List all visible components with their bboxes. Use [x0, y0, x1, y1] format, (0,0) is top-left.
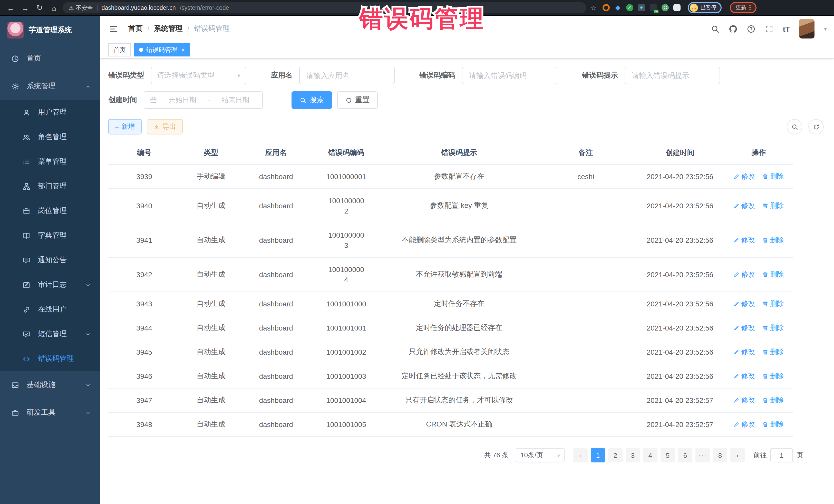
address-bar[interactable]: ⚠ 不安全 dashboard.yudao.iocoder.cn/system/…	[63, 2, 586, 13]
add-button[interactable]: + 新增	[108, 119, 141, 134]
goto-page-input[interactable]	[770, 448, 793, 462]
page-button-1[interactable]: 1	[591, 448, 605, 462]
breadcrumb-home[interactable]: 首页	[128, 24, 143, 34]
page-button-6[interactable]: 6	[678, 448, 692, 462]
column-header: 类型	[180, 141, 242, 165]
prev-page-button[interactable]: ‹	[573, 448, 588, 462]
edit-link[interactable]: 修改	[734, 396, 755, 405]
extension-ring-icon[interactable]	[602, 4, 610, 11]
delete-link[interactable]: 删除	[762, 172, 784, 181]
breadcrumb: 首页 / 系统管理 / 错误码管理	[128, 24, 230, 34]
edit-link[interactable]: 修改	[734, 372, 755, 381]
page-button-4[interactable]: 4	[643, 448, 657, 462]
toggle-search-button[interactable]	[787, 119, 802, 134]
row-time: 2021-04-20 23:52:56	[635, 223, 724, 257]
extension-on-badge-icon[interactable]	[650, 4, 657, 11]
delete-link[interactable]: 删除	[762, 236, 784, 245]
hamburger-icon[interactable]	[107, 24, 120, 33]
date-range-picker[interactable]: 开始日期 - 结束日期	[144, 91, 263, 109]
sidebar-item-dev-tools[interactable]: 研发工具	[0, 399, 100, 426]
sidebar-item-gear[interactable]: 系统管理	[0, 72, 100, 100]
sidebar-item-infrastructure[interactable]: 基础设施	[0, 371, 100, 399]
edit-link[interactable]: 修改	[734, 236, 755, 245]
sidebar-item-audit-log[interactable]: 审计日志	[0, 272, 100, 297]
extension-check-icon[interactable]: ✓	[626, 4, 633, 11]
security-chip[interactable]: ⚠ 不安全	[69, 4, 93, 12]
page-more-button[interactable]: ···	[696, 448, 710, 462]
header-search-icon[interactable]	[711, 24, 720, 33]
sidebar-item-error-code[interactable]: 错误码管理	[0, 346, 100, 371]
delete-link[interactable]: 删除	[762, 201, 784, 211]
refresh-table-button[interactable]	[808, 119, 824, 134]
page-button-3[interactable]: 3	[626, 448, 640, 462]
tag-error-code[interactable]: 错误码管理 ×	[134, 43, 190, 57]
page-button-8[interactable]: 8	[713, 448, 727, 462]
edit-link[interactable]: 修改	[734, 172, 755, 181]
font-size-icon[interactable]: tT	[783, 24, 790, 33]
page-button-2[interactable]: 2	[608, 448, 622, 462]
error-type-select[interactable]: 请选择错误码类型 ▾	[151, 67, 246, 84]
delete-link[interactable]: 删除	[762, 420, 784, 429]
browser-forward-icon[interactable]: →	[20, 3, 31, 12]
extensions-puzzle-icon[interactable]	[673, 4, 680, 11]
sidebar-item-label: 角色管理	[38, 132, 91, 141]
delete-link[interactable]: 删除	[762, 396, 784, 405]
sidebar-item-post-badge[interactable]: 岗位管理	[0, 199, 100, 223]
sidebar-item-menu-list[interactable]: 菜单管理	[0, 149, 100, 174]
bookmark-star-icon[interactable]: ☆	[590, 4, 596, 12]
top-navbar: 首页 / 系统管理 / 错误码管理 tT ▾	[100, 16, 834, 42]
next-page-button[interactable]: ›	[730, 448, 745, 462]
browser-reload-icon[interactable]: ↻	[34, 3, 45, 12]
avatar-caret-icon[interactable]: ▾	[824, 25, 827, 32]
reset-button[interactable]: 重置	[337, 91, 378, 109]
dev-tools-icon	[10, 409, 20, 416]
edit-link[interactable]: 修改	[734, 420, 755, 429]
search-button[interactable]: 搜索	[291, 91, 332, 109]
delete-link[interactable]: 删除	[762, 299, 784, 308]
browser-update-button[interactable]: 更新	[730, 2, 756, 13]
toolbar-right	[787, 119, 824, 134]
sidebar-item-announcement[interactable]: 通知公告	[0, 248, 100, 272]
browser-back-icon[interactable]: ←	[5, 3, 17, 12]
browser-menu-icon[interactable]	[749, 5, 751, 10]
export-button[interactable]: 导出	[147, 119, 182, 134]
browser-profile-chip[interactable]: 已暂停	[687, 2, 722, 13]
sidebar-item-sms[interactable]: 短信管理	[0, 322, 100, 346]
sidebar-logo[interactable]: 芋道管理系统	[0, 16, 100, 45]
table-toolbar: + 新增 导出	[108, 119, 824, 134]
page-button-5[interactable]: 5	[660, 448, 675, 462]
sidebar-item-user[interactable]: 用户管理	[0, 100, 100, 125]
delete-link[interactable]: 删除	[762, 323, 784, 333]
delete-link[interactable]: 删除	[762, 348, 784, 357]
extension-gem-icon[interactable]: ◆	[614, 4, 621, 11]
breadcrumb-system[interactable]: 系统管理	[154, 24, 183, 34]
extension-key-icon[interactable]	[661, 4, 668, 11]
edit-link[interactable]: 修改	[734, 201, 755, 211]
delete-link[interactable]: 删除	[762, 270, 784, 279]
page-size-select[interactable]: 10条/页 ▾	[516, 448, 565, 462]
sidebar-item-dictionary-book[interactable]: 字典管理	[0, 223, 100, 248]
edit-link[interactable]: 修改	[734, 323, 755, 333]
edit-link[interactable]: 修改	[734, 348, 755, 357]
sidebar-item-dashboard[interactable]: 首页	[0, 45, 100, 72]
sidebar-item-department-tree[interactable]: 部门管理	[0, 174, 100, 199]
filter-app-name: 应用名	[271, 67, 395, 84]
edit-link[interactable]: 修改	[734, 270, 755, 279]
row-memo	[536, 257, 635, 292]
error-code-input[interactable]	[468, 71, 551, 80]
sidebar-item-online-users[interactable]: 在线用户	[0, 297, 100, 322]
help-icon[interactable]	[747, 24, 756, 33]
extension-grid-icon[interactable]: ◆	[638, 4, 645, 11]
tag-close-icon[interactable]: ×	[181, 46, 185, 53]
delete-link[interactable]: 删除	[762, 372, 784, 381]
sidebar-item-users[interactable]: 角色管理	[0, 125, 100, 149]
tag-home[interactable]: 首页	[108, 43, 131, 57]
github-icon[interactable]	[729, 24, 738, 33]
edit-link[interactable]: 修改	[734, 299, 755, 308]
error-hint-input[interactable]	[631, 71, 714, 80]
user-avatar[interactable]	[799, 19, 815, 39]
app-name-input[interactable]	[305, 71, 389, 80]
browser-home-icon[interactable]: ⌂	[48, 3, 60, 12]
fullscreen-icon[interactable]	[765, 24, 774, 33]
omnibox-divider	[97, 5, 97, 11]
